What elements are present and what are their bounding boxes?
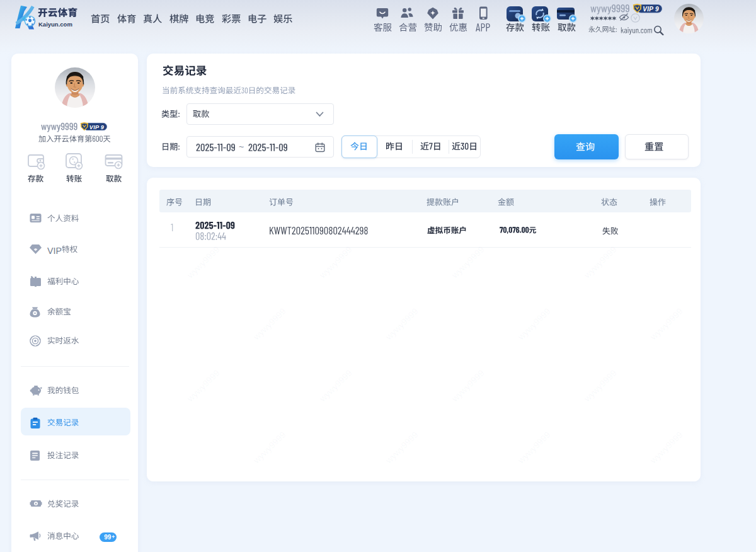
svg-text:+: + [112, 534, 115, 540]
svg-text:VIP 9: VIP 9 [89, 124, 104, 130]
svg-text:99: 99 [104, 534, 112, 541]
svg-text:VIP 9: VIP 9 [643, 6, 659, 13]
